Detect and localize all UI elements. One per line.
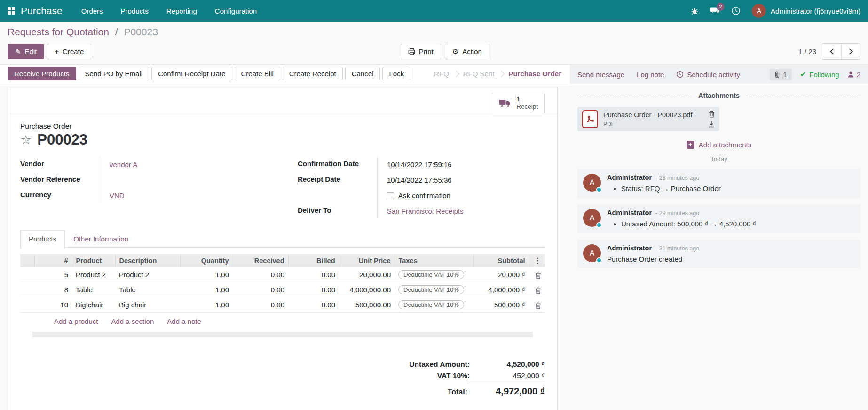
message-author[interactable]: Administrator — [607, 209, 652, 217]
message-author[interactable]: Administrator — [607, 174, 652, 181]
delete-line-trash-icon[interactable] — [535, 302, 541, 309]
menu-reporting[interactable]: Reporting — [166, 7, 197, 15]
message: A Administrator - 29 minutes ago Untaxed… — [577, 204, 860, 233]
attachment-filename[interactable]: Purchase Order - P00023.pdf — [603, 111, 703, 119]
page-title: P00023 — [37, 131, 87, 148]
confirmation-date-label: Confirmation Date — [298, 157, 378, 172]
deliver-to-value[interactable]: San Francisco: Receipts — [378, 203, 464, 219]
add-a-product-link[interactable]: Add a product — [54, 317, 98, 325]
drag-handle-column — [20, 254, 34, 267]
ask-confirmation-checkbox[interactable] — [387, 192, 394, 199]
message-avatar: A — [583, 209, 601, 227]
add-a-note-link[interactable]: Add a note — [167, 317, 201, 325]
col-received[interactable]: Received — [233, 254, 288, 267]
receive-products-button[interactable]: Receive Products — [8, 67, 76, 80]
col-taxes[interactable]: Taxes — [395, 254, 473, 267]
table-row[interactable]: 5 Product 2 Product 2 1.00 0.00 0.00 20,… — [20, 267, 545, 282]
col-product[interactable]: Product — [72, 254, 115, 267]
col-billed[interactable]: Billed — [288, 254, 339, 267]
create-button[interactable]: +Create — [47, 44, 91, 60]
menu-configuration[interactable]: Configuration — [215, 7, 257, 15]
print-button[interactable]: Print — [401, 44, 441, 60]
cancel-button[interactable]: Cancel — [345, 67, 380, 80]
document-type-label: Purchase Order — [20, 122, 545, 130]
empty-label — [298, 188, 378, 203]
vendor-value[interactable]: vendor A — [100, 157, 137, 172]
pager — [822, 43, 860, 60]
followers-button[interactable]: 2 — [848, 71, 860, 79]
col-subtotal[interactable]: Subtotal — [473, 254, 529, 267]
edit-button[interactable]: ✎Edit — [8, 44, 44, 60]
menu-products[interactable]: Products — [121, 7, 149, 15]
breadcrumb-parent[interactable]: Requests for Quotation — [8, 26, 109, 37]
total-label: Total: — [448, 388, 467, 396]
activities-clock-icon[interactable] — [731, 6, 741, 16]
confirm-receipt-date-button[interactable]: Confirm Receipt Date — [151, 67, 232, 80]
col-description[interactable]: Description — [115, 254, 180, 267]
debug-bug-icon[interactable] — [691, 7, 699, 15]
schedule-activity-button[interactable]: Schedule activity — [676, 71, 740, 79]
add-a-section-link[interactable]: Add a section — [111, 317, 154, 325]
chevron-right-icon — [847, 48, 853, 55]
lock-button[interactable]: Lock — [382, 67, 410, 80]
table-row[interactable]: 8 Table Table 1.00 0.00 0.00 4,000,000.0… — [20, 282, 545, 297]
receipt-count: 1 — [516, 96, 538, 103]
menu-orders[interactable]: Orders — [81, 7, 103, 15]
delete-line-trash-icon[interactable] — [535, 287, 541, 294]
col-quantity[interactable]: Quantity — [180, 254, 233, 267]
tab-products[interactable]: Products — [20, 230, 65, 248]
attachments-divider: Attachments — [577, 92, 860, 99]
download-attachment-icon[interactable] — [708, 121, 715, 128]
log-note-button[interactable]: Log note — [637, 71, 664, 79]
send-message-button[interactable]: Send message — [577, 71, 624, 79]
table-row[interactable]: 10 Big chair Big chair 1.00 0.00 0.00 50… — [20, 297, 545, 313]
following-button[interactable]: ✔ Following — [800, 70, 839, 79]
pipeline-step-rfq[interactable]: RFQ — [434, 70, 449, 78]
delete-attachment-trash-icon[interactable] — [709, 111, 715, 118]
tab-other-information[interactable]: Other Information — [65, 230, 137, 248]
purchase-order-sheet: 1 Receipt Purchase Order ☆ P00023 Vendor… — [8, 87, 558, 410]
message-author[interactable]: Administrator — [607, 244, 652, 252]
user-avatar: A — [752, 4, 766, 18]
send-po-by-email-button[interactable]: Send PO by Email — [79, 67, 150, 80]
breadcrumb-current: P00023 — [124, 26, 158, 37]
message-body: Status: RFQ → Purchase Order — [621, 185, 855, 193]
stat-button-box: 1 Receipt — [8, 87, 557, 113]
message-body: Purchase Order created — [607, 255, 855, 263]
title-block: Purchase Order ☆ P00023 — [8, 113, 557, 150]
user-menu[interactable]: A Administrator (fj6nyue0vi9m) — [752, 4, 860, 18]
add-attachments-button[interactable]: + Add attachments — [577, 141, 860, 149]
create-receipt-button[interactable]: Create Receipt — [283, 67, 343, 80]
messages-chat-icon[interactable]: 2 — [710, 7, 720, 15]
pager-previous-button[interactable] — [822, 44, 841, 59]
apps-menu-icon[interactable] — [8, 7, 15, 15]
notebook-tabs: Products Other Information — [20, 230, 545, 248]
col-unit-price[interactable]: Unit Price — [339, 254, 395, 267]
field-group-left: Vendor vendor A Vendor Reference Currenc… — [20, 157, 268, 219]
order-lines-table-wrap: # Product Description Quantity Received … — [8, 248, 557, 337]
pipeline-step-purchase-order[interactable]: Purchase Order — [508, 70, 561, 78]
action-button[interactable]: ⚙Action — [445, 44, 489, 60]
create-bill-button[interactable]: Create Bill — [235, 67, 280, 80]
attachments-toggle-button[interactable]: 1 — [770, 69, 791, 80]
tax-badge: Deductible VAT 10% — [398, 270, 464, 279]
delete-line-trash-icon[interactable] — [535, 272, 541, 279]
message-avatar: A — [583, 174, 601, 192]
col-number[interactable]: # — [34, 254, 72, 267]
receipt-label: Receipt — [516, 103, 538, 111]
untaxed-amount-label: Untaxed Amount: — [409, 360, 470, 369]
pager-next-button[interactable] — [841, 44, 860, 59]
optional-columns-icon[interactable]: ⋮ — [534, 257, 541, 265]
vat-value: 452,000 ₫ — [470, 371, 545, 380]
app-name[interactable]: Purchase — [21, 5, 63, 16]
receipt-stat-button[interactable]: 1 Receipt — [492, 93, 545, 113]
notes-placeholder[interactable] — [32, 332, 533, 337]
tax-badge: Deductible VAT 10% — [398, 300, 464, 309]
favorite-star-icon[interactable]: ☆ — [20, 134, 32, 146]
attachments-title: Attachments — [698, 92, 740, 99]
status-row: Receive Products Send PO by Email Confir… — [0, 64, 868, 84]
attachment-card[interactable]: Purchase Order - P00023.pdf PDF — [577, 107, 719, 131]
pipeline-step-rfq-sent[interactable]: RFQ Sent — [463, 70, 495, 78]
attachments-count: 1 — [783, 71, 787, 79]
currency-value[interactable]: VND — [100, 188, 125, 203]
